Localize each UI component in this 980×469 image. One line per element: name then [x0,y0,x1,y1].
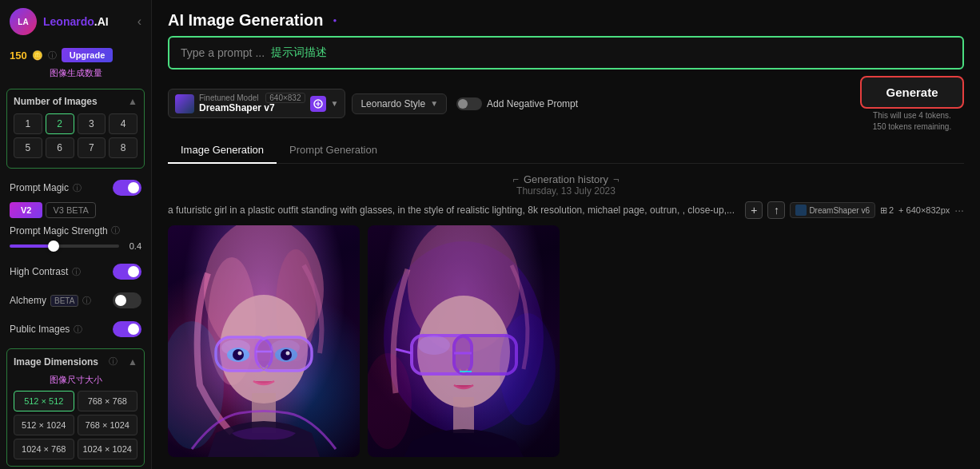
size-chip: + 640×832px [898,205,950,215]
high-contrast-info-icon[interactable]: ⓘ [72,266,81,278]
num-btn-3[interactable]: 3 [78,113,106,134]
history-bracket-right: ¬ [613,173,619,185]
svg-point-15 [233,349,244,360]
history-bracket-left: ⌐ [512,173,519,185]
dim-btn-1024x768[interactable]: 1024 × 768 [14,439,74,459]
num-images-grid-row1: 1 2 3 4 [14,113,137,134]
alchemy-item: Alchemy BETA ⓘ [0,286,151,315]
num-btn-8[interactable]: 8 [109,137,137,158]
generated-image-2[interactable] [368,225,560,457]
style-dropdown-arrow: ▼ [430,99,438,108]
num-btn-1[interactable]: 1 [14,113,42,134]
dim-btn-1024x1024[interactable]: 1024 × 1024 [78,439,138,459]
public-images-item: Public Images ⓘ [0,315,151,344]
model-type: Finetuned Model 640×832 [199,93,305,102]
token-label: 图像生成数量 [0,67,151,84]
public-images-info-icon[interactable]: ⓘ [74,324,82,336]
image-dimensions-grid: 512 × 512 768 × 768 512 × 1024 768 × 102… [14,391,137,459]
num-btn-6[interactable]: 6 [46,137,74,158]
num-images-title: Number of Images [14,96,98,107]
model-name: DreamShaper v7 [199,102,305,113]
version-row: V2 V3 BETA [0,202,151,225]
count-icon: ⊞ [880,205,887,216]
v2-button[interactable]: V2 [10,202,42,218]
model-chip: DreamShaper v6 [790,202,875,218]
content-area: ⌐ Generation history ¬ Thursday, 13 July… [152,164,980,469]
svg-point-30 [418,336,450,355]
token-count: 150 [10,50,27,62]
svg-point-18 [286,352,290,356]
tab-image-generation[interactable]: Image Generation [168,137,277,164]
model-chip-name: DreamShaper v6 [809,206,870,215]
upgrade-button[interactable]: Upgrade [62,48,114,62]
dim-btn-768x1024[interactable]: 768 × 1024 [78,415,138,435]
controls-row: Finetuned Model 640×832 DreamShaper v7 ▼… [168,76,964,131]
num-btn-5[interactable]: 5 [14,137,42,158]
sidebar: LA Leonardo.AI ‹ 150 🪙 ⓘ Upgrade 图像生成数量 … [0,0,152,469]
history-title: Generation history [524,173,608,185]
images-row [168,225,964,457]
model-info: Finetuned Model 640×832 DreamShaper v7 [199,93,305,113]
prompt-magic-toggle[interactable] [113,180,141,196]
style-selector[interactable]: Leonardo Style ▼ [352,93,447,114]
strength-slider[interactable] [10,244,119,248]
prompt-magic-info-icon[interactable]: ⓘ [73,182,82,194]
prompt-chinese-text: 提示词描述 [271,46,327,60]
v3-button[interactable]: V3 BETA [46,202,95,218]
svg-point-32 [500,313,556,425]
model-icon [310,96,326,112]
history-header: ⌐ Generation history ¬ Thursday, 13 July… [168,173,964,197]
neg-prompt-label: Add Negative Prompt [487,98,578,109]
generate-button[interactable]: Generate [860,76,964,109]
num-btn-4[interactable]: 4 [109,113,137,134]
num-btn-2[interactable]: 2 [46,113,74,134]
more-options-button[interactable]: ··· [954,204,964,217]
token-info-icon[interactable]: ⓘ [48,50,57,62]
collapse-sidebar-icon[interactable]: ‹ [137,14,141,29]
generate-meta-2: 150 tokens remaining. [860,122,964,131]
neg-prompt-toggle[interactable] [456,97,482,110]
public-images-toggle[interactable] [113,321,141,337]
generate-section: Generate This will use 4 tokens. 150 tok… [860,76,964,131]
high-contrast-item: High Contrast ⓘ [0,257,151,286]
model-selector[interactable]: Finetuned Model 640×832 DreamShaper v7 ▼ [168,89,345,118]
tab-prompt-generation[interactable]: Prompt Generation [277,137,390,164]
image-dimensions-chevron[interactable]: ▲ [128,356,137,368]
history-date: Thursday, 13 July 2023 [168,185,964,197]
count-chip: ⊞ 2 [880,205,894,216]
prompt-magic-strength-section: Prompt Magic Strength ⓘ 0.4 [0,225,151,257]
prompt-magic-strength-label: Prompt Magic Strength ⓘ [10,225,141,236]
num-images-grid-row2: 5 6 7 8 [14,137,137,158]
prompt-area[interactable]: Type a prompt ... 提示词描述 [168,36,964,70]
num-images-chevron[interactable]: ▲ [128,96,137,107]
image-dimensions-header: Image Dimensions ⓘ ▲ [14,356,137,368]
high-contrast-toggle[interactable] [113,264,141,280]
style-label: Leonardo Style [361,98,425,109]
strength-info-icon[interactable]: ⓘ [111,225,120,236]
generated-image-1[interactable] [168,225,360,457]
dim-btn-512x1024[interactable]: 512 × 1024 [14,415,74,435]
alchemy-label: Alchemy BETA ⓘ [10,295,91,307]
svg-point-16 [281,349,292,360]
prompt-placeholder: Type a prompt ... [181,46,265,59]
dim-btn-768x768[interactable]: 768 × 768 [78,391,138,411]
upload-button[interactable]: ↑ [767,201,785,219]
dim-btn-512x512[interactable]: 512 × 512 [14,391,74,411]
app-name: Leonardo.AI [43,15,109,28]
image-dimensions-title: Image Dimensions [14,356,98,368]
num-btn-7[interactable]: 7 [78,137,106,158]
token-icon: 🪙 [32,50,43,61]
alchemy-info-icon[interactable]: ⓘ [82,295,91,307]
neg-prompt-row: Add Negative Prompt [456,97,578,110]
add-prompt-button[interactable]: + [745,201,763,219]
strength-value: 0.4 [125,241,141,251]
image-dimensions-info-icon[interactable]: ⓘ [109,356,118,368]
num-images-header: Number of Images ▲ [14,96,137,107]
model-thumbnail [175,94,194,113]
alchemy-toggle[interactable] [113,292,141,308]
prompt-magic-item: Prompt Magic ⓘ [0,173,151,202]
svg-point-17 [238,352,242,356]
strength-slider-thumb[interactable] [48,240,59,252]
image-dimensions-sublabel: 图像尺寸大小 [14,374,137,386]
top-bar: AI Image Generation ● [152,0,980,36]
